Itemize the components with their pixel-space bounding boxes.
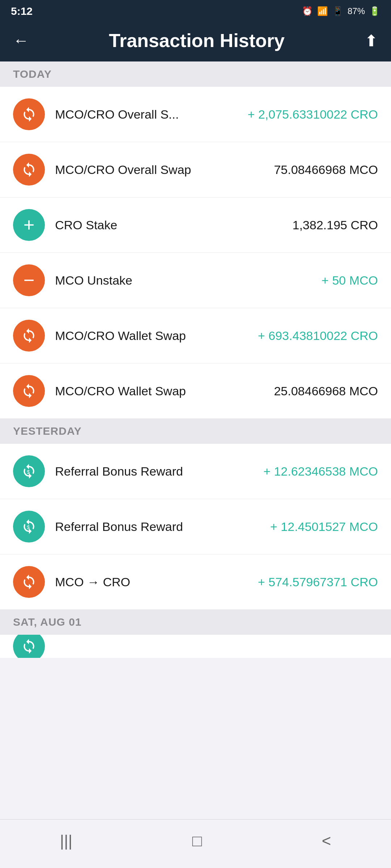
- transaction-name: Referral Bonus Reward: [55, 520, 183, 534]
- back-button[interactable]: ←: [13, 31, 29, 50]
- transaction-item[interactable]: MCO/CRO Overall Swap75.08466968 MCO: [0, 142, 391, 197]
- transaction-name: MCO/CRO Overall Swap: [55, 163, 191, 177]
- minus-icon: [13, 264, 45, 296]
- transaction-name: Referral Bonus Reward: [55, 464, 183, 478]
- transaction-name: MCO Unstake: [55, 273, 133, 288]
- partial-icon: [13, 635, 45, 658]
- transaction-item[interactable]: $ Referral Bonus Reward+ 12.62346538 MCO: [0, 444, 391, 499]
- transaction-list-today: MCO/CRO Overall S...+ 2,075.63310022 CRO…: [0, 87, 391, 418]
- transaction-item[interactable]: MCO/CRO Overall S...+ 2,075.63310022 CRO: [0, 87, 391, 142]
- transaction-item[interactable]: $ Referral Bonus Reward+ 12.4501527 MCO: [0, 499, 391, 554]
- section-header-yesterday: YESTERDAY: [0, 418, 391, 444]
- share-button[interactable]: ⬆: [365, 31, 378, 50]
- section-header-today: TODAY: [0, 61, 391, 87]
- section-header-sat-aug-01: SAT, AUG 01: [0, 609, 391, 635]
- transaction-item[interactable]: CRO Stake1,382.195 CRO: [0, 197, 391, 253]
- transaction-item-partial[interactable]: [0, 635, 391, 658]
- transaction-item[interactable]: MCO/CRO Wallet Swap25.08466968 MCO: [0, 363, 391, 418]
- transaction-list-yesterday: $ Referral Bonus Reward+ 12.62346538 MCO…: [0, 444, 391, 609]
- transaction-amount: + 12.4501527 MCO: [270, 520, 378, 534]
- bottom-navigation: ||| □ <: [0, 819, 391, 868]
- reward-icon: $: [13, 511, 45, 542]
- transaction-details: Referral Bonus Reward+ 12.4501527 MCO: [55, 520, 378, 534]
- home-button[interactable]: □: [171, 828, 224, 854]
- transaction-details: MCO/CRO Wallet Swap+ 693.43810022 CRO: [55, 329, 378, 343]
- swap-icon: [13, 98, 45, 130]
- back-nav-button[interactable]: <: [300, 828, 353, 854]
- transaction-amount: + 693.43810022 CRO: [258, 329, 378, 343]
- swap-icon: [13, 320, 45, 352]
- header: ← Transaction History ⬆: [0, 21, 391, 61]
- swap-icon: [13, 154, 45, 186]
- transaction-details: MCO/CRO Overall Swap75.08466968 MCO: [55, 163, 378, 177]
- content-area: TODAY MCO/CRO Overall S...+ 2,075.633100…: [0, 61, 391, 658]
- svg-text:$: $: [27, 469, 30, 475]
- transaction-name: MCO → CRO: [55, 575, 130, 589]
- transaction-details: MCO/CRO Overall S...+ 2,075.63310022 CRO: [55, 107, 378, 122]
- swap-icon: [13, 375, 45, 407]
- transaction-name: CRO Stake: [55, 218, 117, 232]
- wifi-icon: 📶: [317, 6, 328, 16]
- transaction-amount: 75.08466968 MCO: [274, 163, 378, 177]
- battery-text: 87%: [348, 6, 365, 16]
- transaction-item[interactable]: MCO Unstake+ 50 MCO: [0, 253, 391, 308]
- transaction-name: MCO/CRO Wallet Swap: [55, 384, 186, 398]
- battery-icon: 🔋: [369, 6, 380, 16]
- transaction-item[interactable]: MCO/CRO Wallet Swap+ 693.43810022 CRO: [0, 308, 391, 363]
- transaction-item[interactable]: MCO → CRO+ 574.57967371 CRO: [0, 554, 391, 609]
- transaction-amount: + 2,075.63310022 CRO: [248, 107, 378, 122]
- alarm-icon: ⏰: [302, 6, 313, 16]
- reward-icon: $: [13, 455, 45, 487]
- recent-apps-button[interactable]: |||: [38, 828, 94, 854]
- transaction-details: Referral Bonus Reward+ 12.62346538 MCO: [55, 464, 378, 478]
- transaction-details: CRO Stake1,382.195 CRO: [55, 218, 378, 232]
- transaction-amount: + 50 MCO: [321, 273, 378, 288]
- svg-text:$: $: [27, 524, 30, 530]
- transaction-name: MCO/CRO Overall S...: [55, 107, 179, 122]
- status-icons: ⏰ 📶 📱 87% 🔋: [302, 6, 380, 16]
- signal-icon: 📱: [332, 6, 343, 16]
- swap-icon: [13, 566, 45, 598]
- transaction-name: MCO/CRO Wallet Swap: [55, 329, 186, 343]
- transaction-amount: 1,382.195 CRO: [293, 218, 378, 232]
- transaction-details: MCO → CRO+ 574.57967371 CRO: [55, 575, 378, 589]
- status-bar: 5:12 ⏰ 📶 📱 87% 🔋: [0, 0, 391, 21]
- transaction-details: MCO Unstake+ 50 MCO: [55, 273, 378, 288]
- transaction-amount: 25.08466968 MCO: [274, 384, 378, 398]
- transaction-amount: + 12.62346538 MCO: [263, 464, 378, 478]
- plus-icon: [13, 209, 45, 241]
- page-title: Transaction History: [109, 30, 285, 51]
- status-time: 5:12: [11, 5, 33, 17]
- transaction-amount: + 574.57967371 CRO: [258, 575, 378, 589]
- transaction-details: MCO/CRO Wallet Swap25.08466968 MCO: [55, 384, 378, 398]
